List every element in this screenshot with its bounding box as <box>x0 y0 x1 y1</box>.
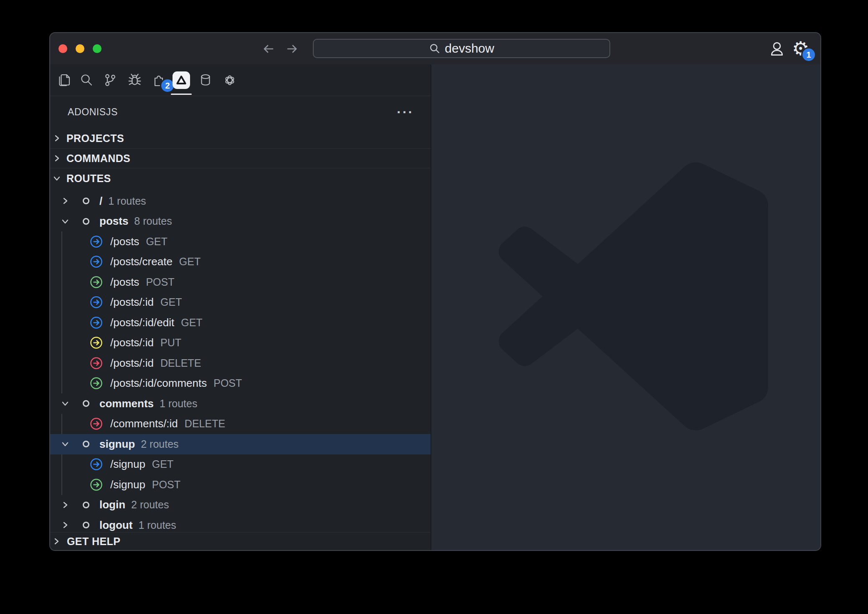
route-item[interactable]: /posts POST <box>50 272 431 292</box>
chevron-down-icon <box>61 399 69 408</box>
chevron-down-icon <box>61 217 69 226</box>
section-label: ROUTES <box>66 173 111 185</box>
debug-icon[interactable] <box>125 64 144 96</box>
route-method: GET <box>152 458 173 470</box>
account-icon[interactable] <box>769 40 785 58</box>
section-label: PROJECTS <box>66 132 124 145</box>
get-method-icon <box>90 255 103 268</box>
route-item[interactable]: /posts/:id PUT <box>50 333 431 353</box>
settings-gear-button[interactable]: ⚙ 1 <box>792 36 814 61</box>
command-center-search[interactable]: devshow <box>313 39 610 58</box>
section-label: COMMANDS <box>66 152 130 165</box>
route-item[interactable]: /comments/:id DELETE <box>50 414 431 434</box>
panel-title: ADONISJS <box>68 107 118 118</box>
adonisjs-extension-icon[interactable] <box>172 64 191 96</box>
route-item[interactable]: /signup POST <box>50 474 431 495</box>
section-projects[interactable]: PROJECTS <box>50 128 431 149</box>
group-count: 1 routes <box>108 195 146 207</box>
group-count: 2 routes <box>141 438 178 450</box>
group-count: 8 routes <box>134 215 172 227</box>
group-circle-icon <box>83 441 89 447</box>
activity-bar: 2 <box>50 64 431 96</box>
search-view-icon[interactable] <box>77 64 96 96</box>
get-method-icon <box>90 458 103 471</box>
group-name: signup <box>99 438 135 451</box>
route-group-comments[interactable]: comments 1 routes <box>50 393 431 414</box>
post-method-icon <box>90 377 103 390</box>
route-method: DELETE <box>160 357 201 369</box>
back-arrow-icon[interactable] <box>260 41 277 57</box>
route-group-posts[interactable]: posts 8 routes <box>50 211 431 232</box>
titlebar: devshow ⚙ 1 <box>50 33 820 65</box>
chevron-right-icon <box>61 197 69 205</box>
route-item[interactable]: /posts/:id GET <box>50 292 431 313</box>
routes-tree: / 1 routes posts 8 routes /posts GET /po… <box>50 191 431 535</box>
settings-badge: 1 <box>801 47 816 62</box>
explorer-icon[interactable] <box>55 64 74 96</box>
route-path: /posts <box>110 235 139 248</box>
route-path: /comments/:id <box>110 417 178 430</box>
route-item[interactable]: /posts/:id/edit GET <box>50 312 431 333</box>
chevron-right-icon <box>61 501 69 509</box>
route-method: PUT <box>160 337 181 349</box>
more-actions-icon[interactable]: ··· <box>397 104 414 120</box>
route-group-signup-selected[interactable]: signup 2 routes <box>50 434 431 454</box>
zoom-window-button[interactable] <box>93 44 102 53</box>
route-path: /signup <box>110 478 145 491</box>
delete-method-icon <box>90 417 103 430</box>
section-label: GET HELP <box>67 535 120 548</box>
close-window-button[interactable] <box>58 44 67 53</box>
section-commands[interactable]: COMMANDS <box>50 149 431 168</box>
route-item[interactable]: /posts/:id DELETE <box>50 353 431 373</box>
group-count: 1 routes <box>138 519 176 531</box>
panel-header: ADONISJS ··· <box>50 96 431 128</box>
section-routes[interactable]: ROUTES <box>50 168 431 188</box>
get-method-icon <box>90 235 103 248</box>
route-method: DELETE <box>185 418 225 430</box>
chevron-right-icon <box>53 134 61 142</box>
vscode-logo-watermark <box>499 162 768 431</box>
route-path: /posts/:id/comments <box>110 377 207 390</box>
search-value: devshow <box>445 41 494 56</box>
post-method-icon <box>90 478 103 491</box>
source-control-icon[interactable] <box>101 64 120 96</box>
get-method-icon <box>90 296 103 309</box>
group-count: 1 routes <box>160 398 197 410</box>
database-icon[interactable] <box>196 64 215 96</box>
get-method-icon <box>90 316 103 329</box>
route-item[interactable]: /signup GET <box>50 454 431 475</box>
route-item[interactable]: /posts/:id/comments POST <box>50 373 431 394</box>
route-path: /posts/create <box>110 255 173 268</box>
route-method: GET <box>179 256 201 268</box>
editor-area <box>431 64 820 550</box>
route-path: /posts/:id <box>110 336 154 349</box>
route-path: /posts <box>110 276 139 289</box>
group-name: posts <box>99 215 128 228</box>
chevron-down-icon <box>53 174 61 183</box>
active-view-underline <box>171 94 192 95</box>
section-get-help[interactable]: GET HELP <box>50 532 431 550</box>
post-method-icon <box>90 276 103 289</box>
group-circle-icon <box>83 502 89 508</box>
openai-icon[interactable] <box>220 64 239 96</box>
route-method: GET <box>146 236 167 248</box>
chevron-right-icon <box>53 154 61 162</box>
route-group-root[interactable]: / 1 routes <box>50 191 431 211</box>
search-icon <box>429 43 440 54</box>
chevron-down-icon <box>61 440 69 448</box>
route-group-login[interactable]: login 2 routes <box>50 495 431 515</box>
route-path: /posts/:id/edit <box>110 316 174 329</box>
group-circle-icon <box>83 198 89 204</box>
route-path: /posts/:id <box>110 357 154 370</box>
extensions-icon[interactable]: 2 <box>149 64 168 96</box>
group-name: comments <box>99 397 154 410</box>
route-item[interactable]: /posts GET <box>50 231 431 252</box>
adonisjs-logo <box>173 71 190 89</box>
route-method: GET <box>160 296 182 308</box>
group-circle-icon <box>83 522 89 528</box>
vscode-window: devshow ⚙ 1 2 <box>49 32 821 551</box>
route-item[interactable]: /posts/create GET <box>50 252 431 272</box>
forward-arrow-icon[interactable] <box>284 41 301 57</box>
delete-method-icon <box>90 357 103 370</box>
minimize-window-button[interactable] <box>76 44 84 53</box>
